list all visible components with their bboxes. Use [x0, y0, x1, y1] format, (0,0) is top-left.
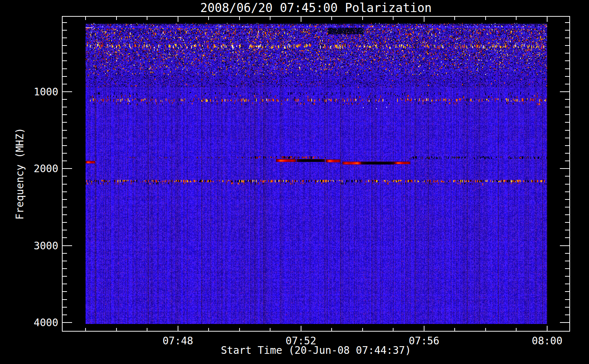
tick-mark: [63, 30, 67, 31]
tick-mark: [485, 328, 486, 331]
tick-mark: [393, 328, 394, 331]
tick-mark: [565, 253, 569, 254]
tick-mark: [565, 261, 569, 261]
tick-mark: [208, 328, 209, 331]
tick-mark: [565, 299, 569, 300]
tick-mark: [301, 17, 301, 22]
x-axis-label: Start Time (20-Jun-08 07:44:37): [62, 344, 570, 356]
tick-mark: [63, 199, 67, 200]
tick-mark: [63, 322, 72, 323]
tick-mark: [485, 17, 486, 20]
tick-mark: [270, 17, 270, 20]
tick-mark: [63, 53, 67, 54]
tick-mark: [424, 17, 424, 22]
tick-mark: [85, 328, 86, 331]
tick-mark: [63, 176, 67, 177]
y-tick-label: 3000: [14, 240, 58, 252]
tick-mark: [63, 84, 67, 84]
tick-mark: [424, 326, 424, 331]
tick-mark: [560, 91, 569, 92]
tick-mark: [560, 322, 569, 323]
tick-mark: [63, 191, 67, 192]
tick-mark: [63, 145, 67, 146]
tick-mark: [565, 122, 569, 123]
tick-mark: [63, 76, 67, 77]
tick-mark: [560, 168, 569, 169]
tick-mark: [565, 291, 569, 292]
tick-mark: [565, 114, 569, 115]
tick-mark: [63, 261, 67, 261]
tick-mark: [63, 284, 67, 284]
tick-mark: [63, 314, 67, 315]
tick-mark: [239, 17, 240, 20]
tick-mark: [565, 99, 569, 100]
tick-mark: [63, 268, 67, 269]
tick-mark: [362, 328, 363, 331]
tick-mark: [393, 17, 394, 20]
tick-mark: [116, 17, 117, 20]
tick-mark: [63, 222, 67, 223]
spectrogram-image: [86, 23, 547, 324]
tick-mark: [85, 17, 86, 20]
tick-mark: [63, 37, 67, 38]
y-axis-label: Frequency (MHZ): [14, 128, 26, 220]
tick-mark: [565, 222, 569, 223]
tick-mark: [63, 307, 67, 308]
tick-mark: [362, 17, 363, 20]
tick-mark: [63, 107, 67, 107]
tick-mark: [63, 245, 72, 246]
tick-mark: [331, 328, 332, 331]
tick-mark: [565, 53, 569, 54]
tick-mark: [560, 245, 569, 246]
tick-mark: [565, 191, 569, 192]
tick-mark: [63, 168, 72, 169]
tick-mark: [565, 76, 569, 77]
tick-mark: [63, 230, 67, 230]
tick-mark: [208, 17, 209, 20]
tick-mark: [565, 138, 569, 138]
tick-mark: [178, 326, 178, 331]
tick-mark: [565, 84, 569, 84]
tick-mark: [63, 22, 67, 23]
tick-mark: [63, 214, 67, 215]
tick-mark: [565, 237, 569, 238]
tick-mark: [565, 184, 569, 185]
tick-mark: [63, 237, 67, 238]
tick-mark: [565, 68, 569, 69]
tick-mark: [63, 161, 67, 161]
tick-mark: [565, 37, 569, 38]
tick-mark: [565, 284, 569, 284]
tick-mark: [565, 161, 569, 161]
tick-mark: [516, 17, 517, 20]
tick-mark: [63, 114, 67, 115]
tick-mark: [63, 299, 67, 300]
tick-mark: [63, 130, 67, 131]
tick-mark: [301, 326, 301, 331]
tick-mark: [63, 153, 67, 154]
tick-mark: [147, 328, 147, 331]
tick-mark: [565, 145, 569, 146]
tick-mark: [565, 199, 569, 200]
tick-mark: [565, 268, 569, 269]
tick-mark: [63, 207, 67, 207]
tick-mark: [516, 328, 517, 331]
tick-mark: [116, 328, 117, 331]
tick-mark: [331, 17, 332, 20]
tick-mark: [547, 17, 548, 22]
tick-mark: [63, 45, 67, 46]
tick-mark: [63, 99, 67, 100]
tick-mark: [565, 276, 569, 277]
tick-mark: [63, 291, 67, 292]
tick-mark: [63, 68, 67, 69]
chart-title: 2008/06/20 07:45:00 Polarization: [62, 1, 570, 15]
tick-mark: [565, 30, 569, 31]
spectrogram-window: 2008/06/20 07:45:00 Polarization 1000200…: [0, 0, 589, 364]
tick-mark: [454, 17, 455, 20]
tick-mark: [147, 17, 147, 20]
tick-mark: [565, 60, 569, 61]
tick-mark: [270, 328, 270, 331]
tick-mark: [454, 328, 455, 331]
tick-mark: [565, 307, 569, 308]
tick-mark: [565, 314, 569, 315]
tick-mark: [63, 91, 72, 92]
